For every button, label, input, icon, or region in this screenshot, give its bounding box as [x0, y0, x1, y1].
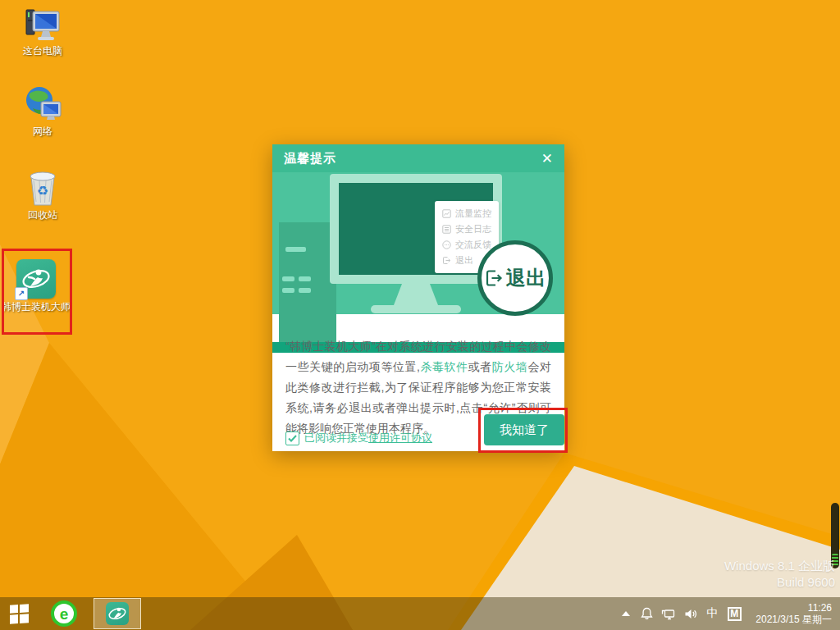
menu-item-label: 退出 — [455, 254, 473, 267]
tray-bell-icon[interactable] — [636, 597, 657, 630]
list-icon — [442, 225, 451, 234]
browser-letter: e — [60, 606, 69, 622]
message-accent-firewall: 防火墙 — [492, 360, 528, 373]
taskbar-clock[interactable]: 11:26 2021/3/15 星期一 — [756, 602, 832, 625]
license-agreement-link[interactable]: 使用许可协议 — [368, 431, 432, 445]
tray-volume-icon[interactable] — [679, 597, 701, 630]
annotation-box-confirm-button — [478, 408, 568, 453]
license-agree-row: 已阅读并接受使用许可协议 — [285, 431, 432, 445]
tips-dialog: 温馨提示 ✕ 流量监控 安全日志 交流反馈 — [272, 144, 564, 451]
tower-vent — [282, 288, 294, 293]
dialog-title: 温馨提示 — [284, 151, 336, 167]
clock-date: 2021/3/15 星期一 — [756, 614, 832, 625]
tower-vent — [282, 276, 294, 281]
desktop-icon-label: 回收站 — [8, 209, 77, 221]
menu-item-label: 交流反馈 — [455, 239, 491, 251]
comment-icon — [442, 240, 451, 249]
tower-vent — [299, 276, 311, 281]
exit-badge-label: 退出 — [506, 265, 547, 291]
hanboshi-taskbar-icon — [106, 602, 129, 625]
tray-ime-mode[interactable]: M — [723, 597, 746, 630]
watermark-build: Build 9600 — [724, 574, 835, 591]
tray-ime-language[interactable]: 中 — [701, 597, 723, 630]
menu-item-traffic: 流量监控 — [442, 206, 499, 221]
windows-logo-icon — [10, 604, 29, 624]
message-segment: 或者 — [468, 360, 492, 373]
start-button[interactable] — [0, 597, 38, 630]
menu-item-label: 流量监控 — [455, 208, 491, 220]
tower-vent — [299, 288, 311, 293]
tower-vent — [285, 247, 306, 252]
desktop-icon-label: 网络 — [8, 126, 77, 138]
license-checkbox[interactable] — [285, 431, 299, 445]
exit-icon — [484, 268, 504, 288]
recycle-bin-icon: ♻ — [8, 169, 77, 207]
windows-watermark: Windows 8.1 企业版 Build 9600 — [724, 558, 835, 591]
exit-magnifier-badge: 退出 — [477, 240, 553, 316]
network-icon — [8, 85, 77, 123]
exit-icon — [442, 256, 451, 265]
chart-icon — [442, 209, 451, 218]
close-icon[interactable]: ✕ — [541, 152, 553, 166]
tray-network-icon[interactable] — [657, 597, 679, 630]
tray-chevron-up-icon[interactable] — [616, 597, 636, 630]
dialog-titlebar: 温馨提示 ✕ — [272, 144, 564, 172]
menu-item-log: 安全日志 — [442, 221, 499, 237]
taskbar: e 中 M 11:26 2021/3/15 星期一 — [0, 597, 840, 630]
desktop-icon-label: 这台电脑 — [8, 45, 77, 57]
checkbox-label: 已阅读并接受 — [304, 431, 368, 445]
desktop-icon-this-pc[interactable]: 这台电脑 — [8, 5, 77, 57]
watermark-edition: Windows 8.1 企业版 — [724, 558, 835, 574]
dialog-illustration: 流量监控 安全日志 交流反馈 退出 退出 — [272, 172, 564, 314]
menu-item-label: 安全日志 — [455, 223, 491, 235]
desktop-icon-recycle-bin[interactable]: ♻ 回收站 — [8, 169, 77, 221]
monitor-stand — [394, 284, 438, 305]
message-accent-antivirus: 杀毒软件 — [420, 360, 468, 373]
system-tray: 中 M 11:26 2021/3/15 星期一 — [616, 597, 840, 630]
annotation-box-app-icon — [2, 249, 72, 335]
ime-mode-badge: M — [728, 607, 742, 621]
check-icon — [288, 435, 297, 442]
desktop-icon-network[interactable]: 网络 — [8, 85, 77, 138]
this-pc-icon — [8, 5, 77, 43]
clock-time: 11:26 — [756, 602, 832, 614]
taskbar-browser-button[interactable]: e — [46, 597, 82, 630]
monitor-stand-base — [371, 305, 461, 313]
browser-e-icon: e — [51, 600, 77, 627]
taskbar-hanboshi-button[interactable] — [94, 598, 141, 629]
svg-text:♻: ♻ — [37, 184, 48, 198]
